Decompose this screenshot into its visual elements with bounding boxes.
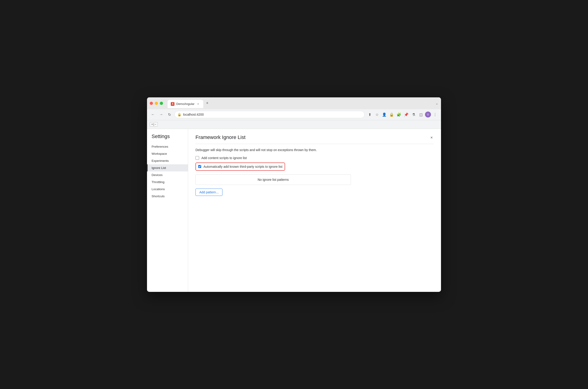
header-divider [196,144,434,144]
address-bar[interactable]: 🔒 localhost:4200 [174,111,365,118]
no-patterns-text: No ignore list patterns [258,178,289,181]
settings-title: Settings [147,133,188,143]
minimize-traffic-light[interactable] [155,102,158,105]
sidebar-item-throttling[interactable]: Throttling [147,179,188,186]
settings-sidebar: Settings Preferences Workspace Experimen… [147,129,188,292]
auto-add-third-party-row: Automatically add known third-party scri… [196,162,285,171]
title-bar: A DemoAngular × + ⌄ [147,97,441,109]
auto-add-third-party-label[interactable]: Automatically add known third-party scri… [203,165,282,168]
tab-title: DemoAngular [176,102,195,106]
bookmark-icon[interactable]: ☆ [374,111,380,118]
auto-add-third-party-checkbox[interactable] [198,165,201,168]
sidebar-item-experiments[interactable]: Experiments [147,157,188,164]
add-pattern-button[interactable]: Add pattern... [196,189,223,196]
devtools-bar: + | − [147,120,441,129]
zoom-controls[interactable]: + | − [150,122,158,127]
content-title: Framework Ignore List [196,134,246,140]
title-bar-right: ⌄ [435,101,438,105]
url-text: localhost:4200 [183,113,204,116]
lock-icon: 🔒 [177,113,181,116]
nav-bar: ← → ↻ 🔒 localhost:4200 ⬆ ☆ 👤 🔒 🧩 📌 ⚗ ◫ U… [147,109,441,120]
add-content-scripts-checkbox[interactable] [196,156,199,160]
traffic-lights [150,102,163,105]
extension1-icon[interactable]: 🔒 [389,111,395,118]
profile-avatar[interactable]: U [425,112,431,118]
devtools-icon[interactable]: 👤 [381,111,388,118]
sidebar-item-preferences[interactable]: Preferences [147,143,188,150]
tab-bar: A DemoAngular × + [167,97,434,109]
sidebar-icon[interactable]: ◫ [418,111,424,118]
settings-panel: Settings Preferences Workspace Experimen… [147,129,441,292]
content-header: Framework Ignore List × [196,134,434,141]
extension2-icon[interactable]: 🧩 [396,111,402,118]
active-tab[interactable]: A DemoAngular × [167,100,203,108]
no-patterns-box: No ignore list patterns [196,174,351,185]
maximize-traffic-light[interactable] [160,102,163,105]
extension4-icon[interactable]: ⚗ [410,111,417,118]
share-icon[interactable]: ⬆ [366,111,373,118]
close-button[interactable]: × [429,134,434,141]
forward-button[interactable]: → [158,111,164,118]
content-description: Debugger will skip through the scripts a… [196,148,434,152]
sidebar-item-shortcuts[interactable]: Shortcuts [147,193,188,200]
zoom-bar-icon: | [153,123,154,126]
add-content-scripts-row: Add content scripts to ignore list [196,156,434,160]
sidebar-item-locations[interactable]: Locations [147,186,188,193]
close-traffic-light[interactable] [150,102,153,105]
zoom-minus-icon[interactable]: − [155,123,156,126]
settings-content: Framework Ignore List × Debugger will sk… [188,129,441,292]
back-button[interactable]: ← [150,111,156,118]
extension3-icon[interactable]: 📌 [403,111,409,118]
tab-close-button[interactable]: × [196,102,200,106]
menu-icon[interactable]: ⋮ [432,111,438,118]
chevron-down-icon[interactable]: ⌄ [435,101,438,105]
browser-window: A DemoAngular × + ⌄ ← → ↻ 🔒 localhost:42… [147,97,441,292]
nav-right-icons: ⬆ ☆ 👤 🔒 🧩 📌 ⚗ ◫ U ⋮ [366,111,438,118]
sidebar-item-workspace[interactable]: Workspace [147,150,188,157]
tab-favicon: A [171,102,174,106]
sidebar-item-devices[interactable]: Devices [147,171,188,179]
sidebar-item-ignore-list[interactable]: Ignore List [147,164,188,171]
new-tab-button[interactable]: + [204,100,211,106]
zoom-plus-icon[interactable]: + [151,123,153,126]
add-content-scripts-label[interactable]: Add content scripts to ignore list [201,156,247,160]
reload-button[interactable]: ↻ [166,111,173,118]
